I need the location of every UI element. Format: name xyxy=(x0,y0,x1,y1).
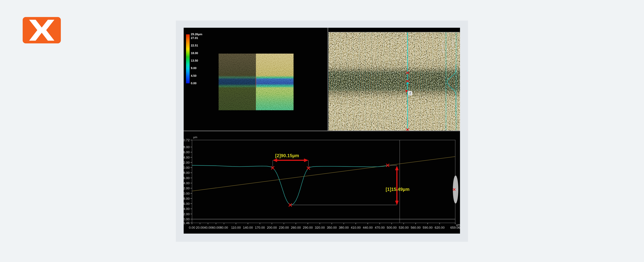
arrowhead-down xyxy=(395,201,399,205)
horizontal-pane-divider[interactable] xyxy=(184,131,460,131)
height-map-left-half xyxy=(218,54,256,110)
y-tick-label: 14.00 xyxy=(184,181,190,185)
x-tick-label: 590.00 xyxy=(423,226,432,229)
vertical-pane-divider[interactable] xyxy=(328,28,328,131)
y-axis-unit-label: µm xyxy=(193,136,197,139)
application-root: 29.26µm27.0122.5118.0013.509.004.500.00 xyxy=(0,0,644,262)
double-chevron-icon xyxy=(23,17,61,43)
x-tick-label: 350.00 xyxy=(327,226,337,229)
x-tick-label: 170.00 xyxy=(255,226,265,229)
tilt-reference-line xyxy=(192,157,455,191)
y-tick-label: 6.00 xyxy=(184,202,190,206)
x-tick-label: 140.00 xyxy=(243,226,253,229)
analysis-viewport: 29.26µm27.0122.5118.0013.509.004.500.00 xyxy=(184,28,460,234)
y-tick-label: 26.00 xyxy=(184,150,190,154)
x-tick-label: 320.00 xyxy=(315,226,325,229)
colorbar-label: 18.00 xyxy=(191,51,198,55)
x-tick-label: 200.00 xyxy=(267,226,277,229)
brand-logo xyxy=(23,17,61,43)
colorbar-label: 0.00 xyxy=(191,81,196,85)
x-axis-unit-label: µm xyxy=(456,223,460,227)
inline-profile-curve xyxy=(446,65,456,116)
x-tick-label: 380.00 xyxy=(339,226,349,229)
y-tick-label: 24.00 xyxy=(184,156,190,159)
colorbar-label: 29.26µm xyxy=(191,32,202,36)
x-tick-label: 60.00 xyxy=(212,226,220,229)
arrowhead-up xyxy=(395,166,399,170)
arrowhead-left xyxy=(273,159,277,162)
height-colorbar xyxy=(186,34,190,83)
x-tick-label: 0.00 xyxy=(189,226,195,229)
height-map-seam-line xyxy=(256,77,256,87)
x-tick-label: 20.00 xyxy=(196,226,204,229)
y-tick-label: 8.00 xyxy=(184,197,190,200)
colorbar-label: 9.00 xyxy=(191,66,196,70)
edge-scroll-handle[interactable] xyxy=(453,176,458,204)
colorbar-label: 13.50 xyxy=(191,59,198,63)
y-tick-label: 12.00 xyxy=(184,187,190,190)
y-tick-label: 22.00 xyxy=(184,161,190,164)
height-map-image[interactable] xyxy=(218,54,294,110)
x-tick-label: 40.00 xyxy=(204,226,212,229)
line-position-label-2: 5.45µm xyxy=(451,33,454,49)
profile-chart[interactable]: 30.7228.0026.0024.0022.0020.0018.0016.00… xyxy=(192,140,455,223)
marker-x-band-top[interactable] xyxy=(406,71,409,74)
microscope-pane: 2 209.95µm 5.45µm xyxy=(328,28,460,132)
x-tick-label: 530.00 xyxy=(399,226,408,229)
y-tick-label: 10.00 xyxy=(184,192,190,195)
x-tick-label: 620.00 xyxy=(434,226,444,229)
x-tick-label: 230.00 xyxy=(279,226,289,229)
x-tick-label: 110.00 xyxy=(231,226,241,229)
x-tick-label: 290.00 xyxy=(303,226,313,229)
x-tick-label: 80.00 xyxy=(220,226,228,229)
height-map-right-half xyxy=(256,54,294,110)
plot-border xyxy=(192,140,455,223)
flag-marker-icon xyxy=(405,90,408,93)
measurement-label: [2]90.15µm xyxy=(275,153,299,158)
colorbar-labels: 29.26µm27.0122.5118.0013.509.004.500.00 xyxy=(191,34,213,83)
line-position-label-1: 209.95µm xyxy=(441,33,444,53)
y-tick-label: 20.00 xyxy=(184,166,190,169)
y-tick-label: 16.00 xyxy=(184,176,190,180)
arrowhead-right xyxy=(304,159,308,162)
up-arrow-icon xyxy=(406,82,409,84)
colorbar-label: 4.50 xyxy=(191,74,196,78)
y-tick-label: 2.00 xyxy=(184,212,190,216)
x-tick-label: 440.00 xyxy=(363,226,372,229)
measurement-label: [1]15.49µm xyxy=(386,187,410,192)
x-tick-label: 470.00 xyxy=(375,226,385,229)
y-tick-label: 0.00 xyxy=(184,218,190,221)
y-tick-label: 4.00 xyxy=(184,207,190,211)
surface-profile xyxy=(192,165,388,205)
y-tick-label: 18.00 xyxy=(184,171,190,175)
measurement-flag-label: 2 xyxy=(408,91,412,95)
x-tick-label: 500.00 xyxy=(387,226,396,229)
colorbar-label: 22.51 xyxy=(191,44,198,47)
x-tick-label: 560.00 xyxy=(411,226,421,229)
y-tick-label: -1.46 xyxy=(184,221,190,225)
groove-scan-lines xyxy=(328,71,460,91)
y-tick-label: 30.72 xyxy=(184,138,190,142)
x-tick-label: 260.00 xyxy=(291,226,301,229)
x-tick-label: 410.00 xyxy=(351,226,361,229)
y-tick-label: 28.00 xyxy=(184,145,190,149)
colorbar-label: 27.01 xyxy=(191,36,198,40)
